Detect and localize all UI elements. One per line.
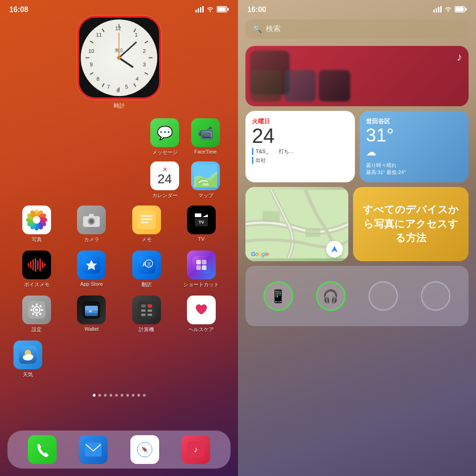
calc-icon[interactable] <box>132 296 161 324</box>
app-item-calendar[interactable]: 火 24 カレンダー <box>146 161 183 199</box>
facetime-label: FaceTime <box>194 149 217 154</box>
svg-rect-6 <box>227 8 229 11</box>
svg-rect-90 <box>89 310 92 312</box>
health-icon[interactable] <box>187 296 216 324</box>
svg-text:9: 9 <box>90 62 93 67</box>
row-messages-facetime: 💬 メッセージ 📹 FaceTime <box>9 118 229 156</box>
dot-8[interactable] <box>132 394 135 397</box>
map-widget[interactable]: Google <box>245 187 348 261</box>
app-item-camera[interactable]: カメラ <box>73 206 110 243</box>
photos-icon[interactable] <box>22 206 51 234</box>
dock-music[interactable]: ♪ <box>181 435 210 464</box>
findmy-device-empty-1 <box>368 281 398 311</box>
calendar-widget[interactable]: 火曜日 24 T&S_ 打ち… 出社 <box>245 111 355 182</box>
svg-point-52 <box>33 216 40 224</box>
dot-2[interactable] <box>98 394 101 397</box>
dot-7[interactable] <box>126 394 129 397</box>
svg-line-20 <box>119 58 133 67</box>
app-item-facetime[interactable]: 📹 FaceTime <box>187 118 224 156</box>
facetime-icon[interactable]: 📹 <box>191 118 220 147</box>
notes-icon[interactable] <box>132 206 161 234</box>
maps-icon[interactable]: 280 <box>191 161 220 190</box>
wifi-icon-left <box>206 6 214 14</box>
findmy-widget[interactable]: 📱 🎧 <box>245 266 469 326</box>
dot-6[interactable] <box>121 394 123 397</box>
calendar-icon[interactable]: 火 24 <box>150 161 179 190</box>
svg-rect-115 <box>436 8 437 13</box>
app-item-health[interactable]: ヘルスケア <box>183 296 220 333</box>
findmy-device-empty-2 <box>421 281 450 311</box>
app-item-weather[interactable]: 天気 <box>9 341 46 378</box>
dock-safari[interactable] <box>130 435 159 464</box>
gold-widget[interactable]: すべてのデバイスから写真にアクセスする方法 <box>353 187 469 261</box>
svg-rect-80 <box>30 309 32 311</box>
svg-rect-71 <box>196 260 201 264</box>
music-widget[interactable]: ♪ <box>245 46 469 106</box>
time-left: 16:08 <box>9 6 28 14</box>
weather-icon[interactable] <box>13 341 42 369</box>
svg-rect-70 <box>193 256 210 274</box>
svg-point-56 <box>90 219 93 223</box>
settings-icon[interactable] <box>22 296 51 324</box>
signal-icon-left <box>195 6 204 14</box>
svg-line-33 <box>90 72 93 74</box>
svg-rect-104 <box>85 443 102 457</box>
svg-rect-119 <box>456 7 464 11</box>
svg-text:A: A <box>142 261 147 268</box>
app-item-maps[interactable]: 280 マップ <box>187 161 224 199</box>
svg-rect-122 <box>263 211 280 222</box>
search-bar[interactable]: 🔍 検索 <box>245 19 469 39</box>
app-item-tv[interactable]: TV TV <box>183 206 220 243</box>
findmy-headphones-circle[interactable]: 🎧 <box>316 281 346 311</box>
findmy-phone-circle[interactable]: 📱 <box>264 281 293 311</box>
music-photo-1 <box>250 70 282 102</box>
page-dots <box>0 394 238 397</box>
app-item-appstore[interactable]: App Store <box>73 251 110 288</box>
app-item-notes[interactable]: メモ <box>128 206 165 243</box>
svg-rect-96 <box>141 314 146 316</box>
app-item-photos[interactable]: 写真 <box>18 206 55 243</box>
clock-widget-container[interactable]: 12 1 2 3 4 5 6 7 8 9 10 11 東京 <box>0 16 238 110</box>
dot-10[interactable] <box>143 394 146 397</box>
dot-9[interactable] <box>137 394 140 397</box>
health-label: ヘルスケア <box>188 326 214 333</box>
svg-text:1: 1 <box>135 32 137 38</box>
tv-icon[interactable]: TV <box>187 206 216 234</box>
wallet-icon[interactable] <box>77 296 106 324</box>
shortcuts-icon[interactable] <box>187 251 216 279</box>
row-settings-wallet-calc-health: 設定 Wallet <box>9 296 229 333</box>
app-item-translate[interactable]: A 文 翻訳 <box>128 251 165 288</box>
app-item-wallet[interactable]: Wallet <box>73 296 110 333</box>
dot-3[interactable] <box>104 394 107 397</box>
svg-rect-95 <box>148 309 152 312</box>
app-item-shortcuts[interactable]: ショートカット <box>183 251 220 288</box>
appstore-icon[interactable] <box>77 251 106 279</box>
messages-icon[interactable]: 💬 <box>150 118 179 147</box>
voice-icon[interactable] <box>22 251 51 279</box>
dock-mail[interactable] <box>79 435 108 464</box>
app-item-messages[interactable]: 💬 メッセージ <box>146 118 183 156</box>
dock: ♪ <box>7 431 231 469</box>
svg-rect-73 <box>196 265 201 270</box>
clock-widget[interactable]: 12 1 2 3 4 5 6 7 8 9 10 11 東京 <box>77 16 161 99</box>
weather-label: 天気 <box>23 371 33 378</box>
camera-icon[interactable] <box>77 206 106 234</box>
svg-rect-92 <box>141 304 146 308</box>
app-item-voice[interactable]: ボイスメモ <box>18 251 55 288</box>
svg-point-103 <box>23 356 32 360</box>
dock-phone[interactable] <box>28 435 57 464</box>
svg-point-57 <box>96 217 97 219</box>
weather-widget[interactable]: 世田谷区 31° ☁ 曇り時々晴れ 最高:31° 最低:24° <box>360 111 469 182</box>
messages-label: メッセージ <box>152 149 178 156</box>
app-item-calc[interactable]: 計算機 <box>128 296 165 333</box>
map-navigate-button[interactable] <box>326 241 343 257</box>
widget-row-cal-weather: 火曜日 24 T&S_ 打ち… 出社 世田谷区 31° ☁ 曇り時々晴れ 最高:… <box>245 111 469 182</box>
translate-icon[interactable]: A 文 <box>132 251 161 279</box>
dot-1[interactable] <box>93 394 96 397</box>
svg-rect-114 <box>433 10 435 13</box>
svg-line-30 <box>134 83 135 86</box>
dot-4[interactable] <box>109 394 112 397</box>
svg-text:文: 文 <box>147 262 151 266</box>
dot-5[interactable] <box>115 394 118 397</box>
app-item-settings[interactable]: 設定 <box>18 296 55 333</box>
